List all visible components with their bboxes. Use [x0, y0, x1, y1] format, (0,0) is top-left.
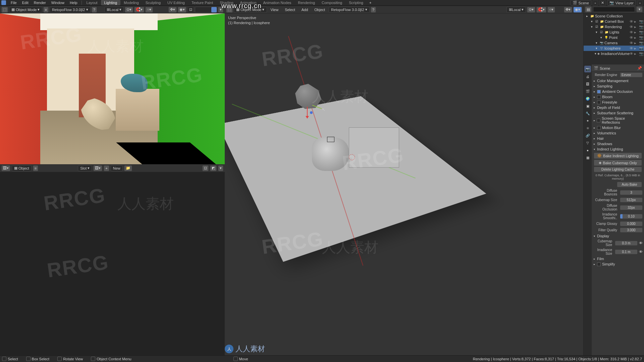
workspace-tab-rendering[interactable]: Rendering	[294, 0, 318, 5]
tab-material[interactable]: ●	[584, 147, 591, 154]
3d-viewport[interactable]: User Perspective (1) Rendering | Icosphe…	[225, 13, 583, 355]
disclosure-icon[interactable]: ▾	[599, 36, 603, 40]
workspace-tab-layout[interactable]: Layout	[83, 0, 101, 5]
selectable-icon[interactable]: ▸	[634, 19, 639, 24]
eye-icon[interactable]: 👁	[639, 241, 643, 245]
tab-world[interactable]: 🌍	[584, 95, 591, 102]
retopoflow-dropdown[interactable]: RetopoFlow 3.0.0β2 ▾	[50, 7, 91, 13]
shading-solid[interactable]	[201, 7, 206, 12]
panel-checkbox[interactable]	[597, 95, 601, 99]
gizmo-x-arrow[interactable]	[307, 107, 308, 118]
disclosure-icon[interactable]: ▾	[594, 30, 598, 34]
pivot-icon[interactable]: ⊙▾	[125, 7, 133, 13]
vp-menu-view[interactable]: View	[268, 7, 281, 12]
render-icon[interactable]: 📷	[639, 41, 643, 45]
retopoflow-dropdown[interactable]: RetopoFlow 3.0.0β2 ▾	[329, 7, 370, 13]
panel-ambient-occlusion[interactable]: ▸Ambient Occlusion	[592, 89, 644, 94]
irr-smooth-value[interactable]: 0.10	[620, 214, 643, 219]
panel-checkbox[interactable]	[597, 126, 601, 130]
delete-viewlayer-button[interactable]: ▫	[637, 0, 643, 6]
tab-data[interactable]: ▽	[584, 139, 591, 146]
vp-menu-select[interactable]: Select	[282, 7, 298, 12]
render-icon[interactable]: 📷	[639, 19, 643, 24]
vp-menu-object[interactable]: Object	[312, 7, 328, 12]
image-browse-icon[interactable]: 🖼▾	[93, 165, 102, 171]
eye-icon[interactable]: 👁	[630, 46, 634, 51]
panel-subsurface-scattering[interactable]: ▸Subsurface Scattering	[592, 110, 644, 116]
disp-cubemap-value[interactable]: 0.3 m	[615, 241, 638, 246]
gizmo-z-handle[interactable]	[310, 111, 313, 114]
shading-matpreview[interactable]	[206, 7, 211, 12]
editor-type-icon[interactable]: ⬚	[1, 7, 8, 13]
panel-display[interactable]: ▾Display	[592, 233, 644, 239]
panel-motion-blur[interactable]: ▸Motion Blur	[592, 125, 644, 130]
menu-file[interactable]: File	[8, 0, 19, 5]
image-editor-type-icon[interactable]: 🖼▾	[1, 165, 10, 171]
snap-icon[interactable]: 🧲▾	[536, 7, 546, 13]
workspace-tab-texture-paint[interactable]: Texture Paint	[188, 0, 216, 5]
tab-scene[interactable]: 🎬	[584, 88, 591, 95]
overlay-icon[interactable]: ◉▾	[573, 7, 582, 13]
tab-render[interactable]: 📷	[584, 66, 591, 72]
cubemap-size-value[interactable]: 512px	[620, 197, 643, 202]
retopo-help-icon[interactable]: ?	[92, 7, 97, 13]
outliner-row-cornell box[interactable]: ▾☑📁Cornell Box👁▸📷	[584, 19, 644, 24]
diffuse-bounces-value[interactable]: 3	[620, 190, 643, 195]
snap-icon[interactable]: 🧲▾	[134, 7, 144, 13]
outliner-search[interactable]	[593, 7, 635, 12]
tab-constraint[interactable]: 🔗	[584, 132, 591, 139]
eye-icon[interactable]: 👁	[630, 19, 634, 24]
gizmo-icon[interactable]: ✥▾	[564, 7, 572, 13]
panel-color-management[interactable]: ▸Color Management	[592, 78, 644, 83]
workspace-tab-compositing[interactable]: Compositing	[318, 0, 345, 5]
menu-render[interactable]: Render	[31, 0, 49, 5]
image-menu-icon[interactable]: ≡	[33, 165, 38, 171]
selectable-icon[interactable]: ▸	[634, 46, 639, 51]
open-image-icon[interactable]: 📁	[124, 165, 132, 171]
add-workspace[interactable]: +	[367, 0, 374, 5]
tab-modifier[interactable]: 🔧	[584, 110, 591, 117]
panel-shadows[interactable]: ▸Shadows	[592, 141, 644, 146]
outliner-row-camera[interactable]: ▾📷Camera👁▸📷	[584, 40, 644, 46]
overlay-icon[interactable]: ◉▾	[178, 7, 186, 13]
proportional-icon[interactable]: ○▾	[145, 7, 153, 13]
panel-depth-of-field[interactable]: ▸Depth of Field	[592, 105, 644, 110]
gizmo-icon[interactable]: ✥▾	[168, 7, 177, 13]
panel-hair[interactable]: ▸Hair	[592, 136, 644, 141]
bake-cubemap-button[interactable]: ◈ Bake Cubemap Only	[594, 160, 642, 166]
bake-indirect-button[interactable]: 🔆 Bake Indirect Lighting	[594, 153, 642, 159]
render-icon[interactable]: 📷	[639, 25, 643, 29]
filter-icon[interactable]: ▼	[636, 6, 643, 12]
scene-selector[interactable]: 🎬 Scene	[570, 0, 591, 6]
vp-menu-add[interactable]: Add	[299, 7, 311, 12]
workspace-tab-lighting[interactable]: Lighting	[101, 0, 121, 5]
tab-object[interactable]: ▣	[584, 103, 591, 109]
eye-icon[interactable]: 👁	[630, 30, 634, 35]
eye-icon[interactable]: 👁	[630, 36, 634, 40]
outliner-type-icon[interactable]: ▤	[585, 6, 592, 12]
panel-checkbox[interactable]	[597, 90, 601, 94]
outliner-row-irradiancevolume[interactable]: ▾◈IrradianceVolume👁▸📷	[584, 51, 644, 56]
panel-bloom[interactable]: ▸Bloom	[592, 94, 644, 100]
clamp-value[interactable]: 0.000	[620, 221, 643, 226]
tab-texture[interactable]: ▦	[584, 154, 591, 161]
menu-help[interactable]: Help	[67, 0, 80, 5]
tab-viewlayer[interactable]: 🖼	[584, 80, 591, 87]
outliner-row-point[interactable]: ▾💡Point👁▸📷	[584, 35, 644, 40]
render-engine-value[interactable]: Eevee	[620, 72, 643, 77]
panel-simplify[interactable]: ▸Simplify	[592, 261, 644, 267]
checkbox-icon[interactable]: ☑	[595, 19, 599, 23]
xray-icon[interactable]: ⊡	[187, 7, 194, 13]
diffuse-occl-value[interactable]: 32px	[620, 205, 643, 210]
panel-film[interactable]: ▸Film	[592, 256, 644, 261]
pivot-icon[interactable]: ⊙▾	[527, 7, 535, 13]
orientation-selector[interactable]: ⊞ Local ▾	[104, 7, 124, 13]
menu-edit[interactable]: Edit	[19, 0, 31, 5]
shading-rendered[interactable]	[211, 7, 217, 12]
tab-output[interactable]: 🖨	[584, 73, 591, 80]
image-mode-selector[interactable]: ▦ Object	[12, 165, 32, 171]
disclosure-icon[interactable]: ▾	[594, 41, 598, 45]
outliner-row-rendering[interactable]: ▾☑📁Rendering👁▸📷	[584, 24, 644, 29]
retopo-help-icon[interactable]: ?	[371, 7, 376, 13]
render-icon[interactable]: 📷	[639, 36, 643, 40]
